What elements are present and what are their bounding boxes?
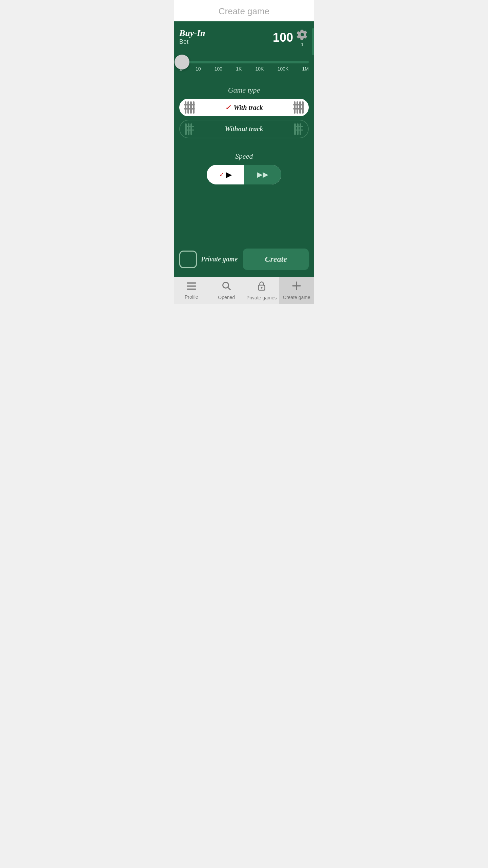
track-icon-left-2 [185,123,194,135]
svg-rect-13 [188,123,189,135]
menu-icon [187,282,196,292]
scrollbar[interactable] [312,28,314,55]
page-title: Create game [179,6,309,17]
without-track-label: Without track [225,125,263,133]
svg-rect-18 [297,123,299,135]
speed-option-normal[interactable]: ✓ ▶ [207,165,244,184]
buyin-section: Buy-In Bet 100 1 [179,28,309,74]
svg-line-26 [228,288,231,290]
svg-rect-22 [187,282,196,284]
slider-label-1k: 1K [236,66,242,72]
svg-rect-5 [184,108,195,110]
svg-rect-6 [294,101,296,114]
speed-title: Speed [179,152,309,161]
game-type-title: Game type [179,86,309,95]
header: Create game [174,0,314,21]
svg-rect-9 [302,101,304,114]
gear-icon[interactable] [296,28,309,41]
bottom-nav: Profile Opened Private games [174,277,314,304]
svg-point-28 [261,287,262,289]
svg-rect-15 [185,126,194,127]
with-track-option[interactable]: ✓ With track [179,99,309,116]
svg-rect-14 [190,123,192,135]
svg-rect-16 [185,130,194,131]
svg-rect-17 [294,123,296,135]
without-track-option[interactable]: Without track [179,120,309,138]
private-game-checkbox[interactable] [179,251,197,268]
slider-label-100: 100 [215,66,222,72]
private-game-label: Private game [201,255,238,263]
slider-label-1m: 1M [302,66,309,72]
buyin-title: Buy-In [179,28,205,38]
speed-option-fast[interactable]: ▶▶ [244,165,281,184]
svg-rect-7 [297,101,298,114]
svg-rect-19 [300,123,301,135]
speed-toggle: ✓ ▶ ▶▶ [179,165,309,184]
svg-rect-24 [187,289,196,290]
slider-label-100k: 100K [278,66,289,72]
svg-rect-20 [294,126,303,127]
svg-rect-0 [185,101,186,114]
slider-labels: 1 10 100 1K 10K 100K 1M [179,66,309,72]
svg-rect-1 [187,101,189,114]
nav-item-opened[interactable]: Opened [209,277,244,304]
slider-container[interactable]: 1 10 100 1K 10K 100K 1M [179,61,309,72]
nav-label-create-game: Create game [283,295,310,300]
speed-check-normal: ✓ [219,171,224,178]
svg-rect-3 [193,101,195,114]
slider-thumb[interactable] [175,55,189,70]
nav-label-opened: Opened [218,295,235,300]
track-icon-right-2 [294,123,303,135]
phone-container: Create game Buy-In Bet 100 [174,0,314,304]
buyin-value: 100 [273,31,293,45]
bottom-actions: Private game Create [179,228,309,270]
svg-rect-11 [293,108,304,110]
game-type-options: ✓ With track [179,99,309,138]
with-track-label: ✓ With track [225,103,263,112]
nav-item-profile[interactable]: Profile [174,277,209,304]
speed-section: Speed ✓ ▶ ▶▶ [179,146,309,184]
slider-label-10k: 10K [256,66,264,72]
speed-fast-icon: ▶▶ [257,170,268,179]
svg-rect-4 [184,104,195,105]
game-type-section: Game type ✓ [179,80,309,140]
svg-rect-10 [293,104,304,105]
buyin-header: Buy-In Bet 100 1 [179,28,309,47]
speed-play-icon: ▶ [226,170,232,179]
create-button[interactable]: Create [243,249,309,270]
gear-container: 1 [296,28,309,47]
lock-icon [258,281,265,293]
slider-track [179,61,309,63]
track-icon-right-1 [293,101,304,114]
plus-icon [292,281,301,293]
nav-label-private-games: Private games [246,295,277,300]
speed-toggle-inner: ✓ ▶ ▶▶ [207,165,281,184]
buyin-right: 100 1 [273,28,309,47]
nav-item-create-game[interactable]: Create game [279,277,314,304]
buyin-subtitle: Bet [179,38,205,45]
svg-rect-8 [299,101,301,114]
svg-rect-21 [294,130,303,131]
nav-item-private-games[interactable]: Private games [244,277,279,304]
search-icon [222,281,231,293]
slider-label-10: 10 [196,66,201,72]
nav-label-profile: Profile [185,294,198,300]
svg-rect-2 [190,101,192,114]
track-icon-left-1 [184,101,195,114]
private-game-container: Private game [179,251,238,268]
svg-rect-12 [185,123,187,135]
gear-small-value: 1 [301,42,304,47]
svg-rect-23 [187,285,196,287]
buyin-left: Buy-In Bet [179,28,205,45]
main-content: Buy-In Bet 100 1 [174,21,314,277]
with-track-checkmark: ✓ [225,103,231,112]
